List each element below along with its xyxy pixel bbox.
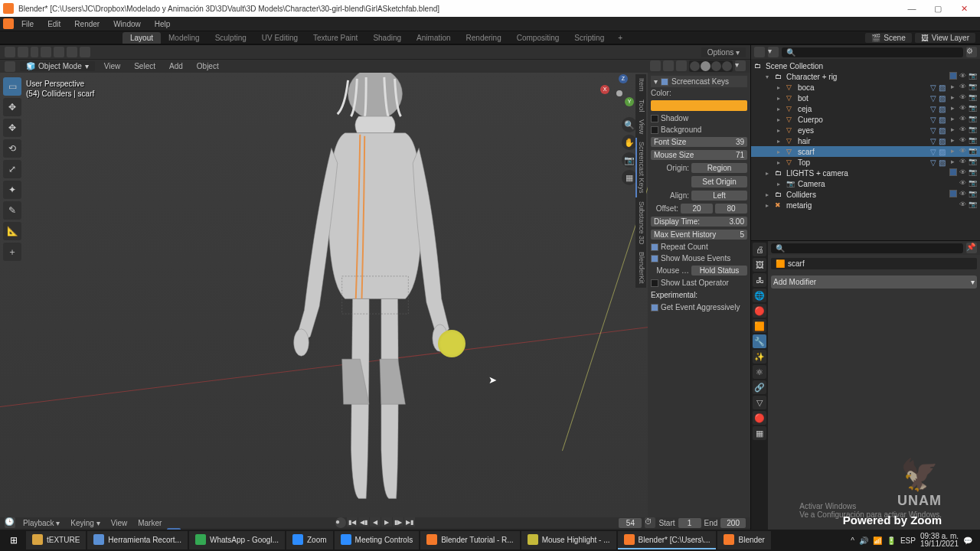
menu-render[interactable]: Render xyxy=(68,18,106,30)
cursor-tool-icon[interactable]: ✥ xyxy=(3,98,21,116)
taskbar-item[interactable]: tEXTURE xyxy=(26,531,86,549)
tab-view[interactable]: View xyxy=(635,116,646,138)
tab-uv[interactable]: UV Editing xyxy=(254,32,305,44)
outliner-row[interactable]: ▸🗀Colliders👁📷 xyxy=(751,189,980,200)
play-rev-icon[interactable]: ◀ xyxy=(370,517,381,527)
panel-header[interactable]: ▾ Screencast Keys xyxy=(651,76,747,87)
viewlayer-selector[interactable]: 🖼 View Layer xyxy=(915,33,975,43)
timeline-editor-icon[interactable]: 🕒 xyxy=(5,517,15,528)
outliner-object-row[interactable]: ▸▽ceja ▽ ▨▸👁📷 xyxy=(751,103,980,114)
set-origin-button[interactable]: Set Origin xyxy=(691,176,747,187)
repeat-checkbox[interactable] xyxy=(651,243,658,251)
taskbar-item[interactable]: Blender* [C:\Users\... xyxy=(618,531,717,549)
outliner-object-row[interactable]: ▸▽boca ▽ ▨▸👁📷 xyxy=(751,82,980,93)
enable-checkbox[interactable] xyxy=(661,78,668,86)
font-size-input[interactable]: Font Size39 xyxy=(651,137,747,147)
tab-tool[interactable]: Tool xyxy=(635,96,646,116)
nav-gizmo[interactable]: X Y Z xyxy=(602,76,637,111)
tab-sculpting[interactable]: Sculpting xyxy=(207,32,254,44)
particle-tab-icon[interactable]: ✨ xyxy=(753,350,766,364)
menu-window[interactable]: Window xyxy=(107,18,147,30)
outliner-object-row[interactable]: ▸▽hair ▽ ▨▸👁📷 xyxy=(751,135,980,146)
end-frame-input[interactable]: 200 xyxy=(720,518,746,528)
max-event-input[interactable]: Max Event History5 xyxy=(651,230,747,240)
offset-x-input[interactable]: 20 xyxy=(681,204,713,214)
start-frame-input[interactable]: 1 xyxy=(678,518,701,528)
tab-layout[interactable]: Layout xyxy=(122,32,161,44)
annotate-tool-icon[interactable]: ✎ xyxy=(3,201,21,220)
offset-y-input[interactable]: 80 xyxy=(715,204,747,214)
shade-dropdown-icon[interactable]: ▾ xyxy=(735,60,746,71)
color-swatch[interactable] xyxy=(651,100,747,111)
keying-menu[interactable]: Keying ▾ xyxy=(67,518,103,528)
outliner-search[interactable]: 🔍 xyxy=(782,47,963,57)
viewport-canvas[interactable]: ➤ User Perspective (54) Colliders | scar… xyxy=(0,73,750,517)
outliner-row[interactable]: ▸🗀LIGHTS + camera👁📷 xyxy=(751,168,980,178)
taskbar-item[interactable]: Blender Tutorial - R... xyxy=(420,531,519,549)
tab-screencast[interactable]: Screencast Keys xyxy=(635,138,646,197)
scale-tool-icon[interactable]: ⤢ xyxy=(3,160,21,178)
showmouse-checkbox[interactable] xyxy=(651,255,658,262)
render-tab-icon[interactable]: 🖨 xyxy=(753,243,766,256)
taskbar-item[interactable]: Meeting Controls xyxy=(335,531,420,549)
solid-shade-icon[interactable] xyxy=(701,61,710,71)
filter-icon[interactable]: ⚙ xyxy=(966,47,977,57)
select-tool-icon[interactable]: ▭ xyxy=(3,77,21,96)
menu-object[interactable]: Object xyxy=(192,61,224,71)
options-dropdown[interactable]: Options ▾ xyxy=(701,47,746,57)
output-tab-icon[interactable]: 🖼 xyxy=(753,258,766,272)
object-tab-icon[interactable]: 🟧 xyxy=(753,319,766,333)
playback-menu[interactable]: Playback ▾ xyxy=(20,518,63,528)
maximize-button[interactable]: ▢ xyxy=(925,2,951,15)
physics-tab-icon[interactable]: ⚛ xyxy=(753,365,766,379)
cursor-icon[interactable] xyxy=(18,47,28,57)
blender-menu-icon[interactable] xyxy=(3,18,14,29)
tab-item[interactable]: Item xyxy=(635,74,646,96)
zoom-icon[interactable]: 🔍 xyxy=(622,117,637,132)
display-time-input[interactable]: Display Time:3.00 xyxy=(651,217,747,227)
jump-start-icon[interactable]: ▮◀ xyxy=(347,517,358,527)
modifier-tab-icon[interactable]: 🔧 xyxy=(753,334,766,348)
tab-add[interactable]: + xyxy=(612,32,629,44)
menu-select[interactable]: Select xyxy=(129,61,160,71)
current-frame-input[interactable]: 54 xyxy=(619,518,642,528)
marker-menu[interactable]: Marker xyxy=(135,518,165,528)
scene-selector[interactable]: 🎬 Scene xyxy=(865,33,911,43)
trans-all-icon[interactable] xyxy=(80,47,90,57)
viewlayer-tab-icon[interactable]: 🖧 xyxy=(753,273,766,287)
outliner-object-row[interactable]: ▸▽eyes ▽ ▨▸👁📷 xyxy=(751,125,980,135)
display-mode-icon[interactable]: ▾ xyxy=(768,47,779,57)
matprev-shade-icon[interactable] xyxy=(711,61,721,71)
close-button[interactable]: ✕ xyxy=(951,2,977,15)
system-tray[interactable]: ^🔊📶🔋 ESP 09:38 a. m.19/11/2021 💬 xyxy=(851,533,977,548)
tab-animation[interactable]: Animation xyxy=(409,32,458,44)
shadow-checkbox[interactable] xyxy=(651,115,658,122)
xray-icon[interactable] xyxy=(676,60,687,71)
pan-icon[interactable]: ✋ xyxy=(622,135,637,150)
trans-scale-icon[interactable] xyxy=(67,47,77,57)
mesh-tab-icon[interactable]: ▽ xyxy=(753,396,766,409)
material-tab-icon[interactable]: 🔴 xyxy=(753,411,766,425)
persp-icon[interactable]: ▦ xyxy=(622,170,637,185)
editor-icon[interactable] xyxy=(5,61,15,72)
tab-modeling[interactable]: Modeling xyxy=(161,32,207,44)
align-dropdown[interactable]: Left xyxy=(691,191,747,201)
world-tab-icon[interactable]: 🔴 xyxy=(753,304,766,318)
tab-rendering[interactable]: Rendering xyxy=(459,32,509,44)
scene-tab-icon[interactable]: 🌐 xyxy=(753,289,766,302)
menu-file[interactable]: File xyxy=(15,18,40,30)
tab-blenderkit[interactable]: BlenderKit xyxy=(635,248,646,288)
gizmo-toggle-icon[interactable] xyxy=(650,60,661,71)
lastop-checkbox[interactable] xyxy=(651,279,658,287)
taskbar-item[interactable]: WhatsApp - Googl... xyxy=(189,531,285,549)
overlay-toggle-icon[interactable] xyxy=(663,60,674,71)
wire-shade-icon[interactable] xyxy=(690,61,700,71)
breadcrumb[interactable]: 🟧 scarf xyxy=(771,258,977,269)
origin-dropdown[interactable]: Region xyxy=(691,163,747,173)
measure-tool-icon[interactable]: 📐 xyxy=(3,222,21,240)
taskbar-item[interactable]: Herramienta Recort... xyxy=(87,531,188,549)
tab-texture[interactable]: Texture Paint xyxy=(305,32,365,44)
menu-help[interactable]: Help xyxy=(149,18,177,30)
mode-selector[interactable]: 🧊 Object Mode ▾ xyxy=(20,61,95,71)
texture-tab-icon[interactable]: ▦ xyxy=(753,426,766,440)
